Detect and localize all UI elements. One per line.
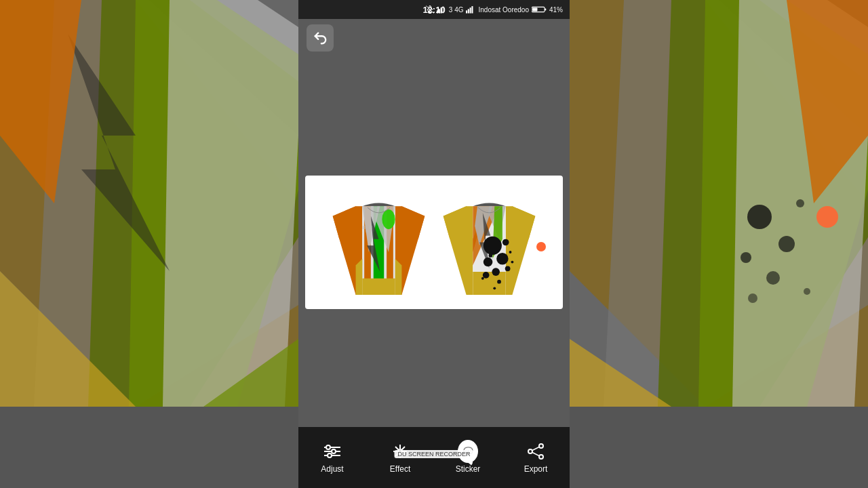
right-bg-jersey-svg (570, 0, 868, 407)
svg-point-16 (747, 205, 772, 229)
svg-point-70 (484, 257, 493, 266)
svg-line-95 (532, 447, 539, 451)
svg-rect-32 (468, 9, 469, 13)
svg-point-68 (484, 236, 502, 254)
toolbar-export[interactable]: Export (509, 441, 563, 474)
svg-point-85 (332, 449, 336, 453)
svg-point-84 (326, 445, 330, 449)
svg-point-72 (492, 268, 500, 276)
export-label: Export (524, 464, 548, 474)
silent-icon (426, 5, 434, 14)
svg-point-52 (382, 209, 395, 229)
back-button-area (298, 19, 570, 57)
svg-rect-29 (440, 7, 441, 13)
svg-point-69 (496, 253, 508, 264)
svg-point-86 (328, 453, 332, 458)
svg-point-22 (748, 293, 757, 303)
svg-point-74 (483, 272, 490, 279)
svg-marker-50 (362, 278, 395, 294)
svg-point-76 (489, 253, 493, 257)
svg-point-92 (539, 444, 543, 448)
svg-point-77 (509, 251, 512, 253)
svg-marker-59 (506, 206, 536, 295)
svg-marker-58 (443, 206, 473, 295)
carrier-label: Indosat Ooredoo (478, 6, 529, 14)
jersey-comparison-card (305, 176, 563, 309)
svg-rect-36 (545, 9, 546, 11)
bottom-toolbar: DU SCREEN RECORDER Adjust (298, 427, 570, 488)
jersey-effect-svg (437, 186, 542, 298)
svg-rect-27 (437, 10, 438, 13)
svg-line-96 (532, 453, 539, 456)
selection-indicator (536, 242, 546, 251)
effect-label: Effect (390, 464, 410, 474)
svg-rect-31 (466, 10, 467, 13)
left-bg-jersey-svg (0, 0, 298, 407)
phone-panel: 12:10 3 4G Indosat Oo (298, 0, 570, 488)
svg-rect-30 (442, 6, 443, 14)
svg-point-18 (741, 252, 751, 263)
jersey-effect-container[interactable] (437, 186, 542, 298)
svg-point-71 (502, 239, 509, 245)
svg-rect-28 (439, 9, 440, 13)
adjust-icon (322, 441, 342, 462)
svg-point-75 (497, 279, 501, 283)
right-background-panel (570, 0, 868, 407)
battery-icon (532, 5, 547, 14)
sliders-icon (323, 443, 342, 460)
jersey-original-container (326, 186, 431, 298)
du-recorder-badge: DU SCREEN RECORDER (394, 450, 473, 458)
back-button[interactable] (307, 24, 334, 52)
svg-rect-55 (369, 226, 372, 229)
jersey-original-svg (326, 186, 431, 298)
toolbar-adjust[interactable]: Adjust (305, 441, 359, 474)
battery-label: 41% (549, 6, 563, 14)
adjust-label: Adjust (321, 464, 343, 474)
svg-point-20 (766, 271, 780, 285)
svg-point-25 (816, 206, 838, 228)
svg-marker-66 (473, 272, 505, 295)
svg-point-19 (796, 199, 804, 207)
svg-point-17 (778, 236, 795, 252)
svg-point-78 (481, 277, 484, 279)
undo-icon (313, 30, 328, 45)
status-right-icons: 3 4G Indosat Ooredoo 41% (426, 5, 563, 14)
svg-point-73 (505, 266, 511, 271)
status-bar: 12:10 3 4G Indosat Oo (298, 0, 570, 19)
svg-rect-33 (470, 7, 471, 13)
sticker-label: Sticker (456, 464, 481, 474)
svg-rect-37 (532, 7, 537, 11)
svg-rect-54 (366, 229, 369, 232)
network-label: 3 4G (449, 6, 464, 14)
left-background-panel (0, 0, 298, 407)
svg-point-93 (539, 455, 543, 459)
signal-bars-icon (437, 5, 446, 14)
svg-point-94 (528, 449, 532, 453)
svg-point-79 (511, 260, 513, 263)
svg-point-80 (493, 287, 496, 289)
main-content-area (298, 57, 570, 427)
signal-bars-2-icon (466, 5, 475, 14)
svg-marker-5 (163, 0, 298, 407)
svg-rect-34 (472, 6, 473, 14)
svg-point-21 (804, 288, 810, 295)
svg-rect-53 (362, 226, 366, 229)
share-icon (526, 443, 545, 460)
export-icon (526, 441, 546, 462)
